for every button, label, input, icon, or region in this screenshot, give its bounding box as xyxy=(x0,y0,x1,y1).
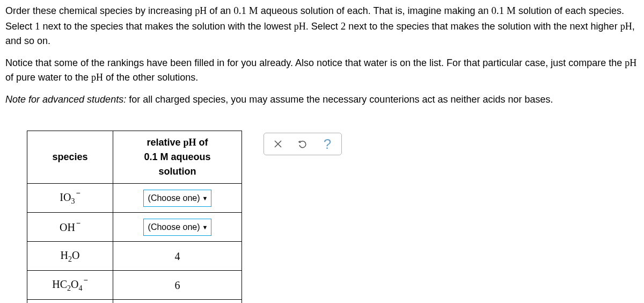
table-row: OH− (Choose one)▼ xyxy=(27,213,242,242)
species-cell: IO3− xyxy=(27,184,113,213)
species-cell: HIO3 xyxy=(27,300,113,304)
rank-fixed-value: 1 (lowest) xyxy=(113,300,242,304)
question-mark-icon: ? xyxy=(324,137,331,151)
undo-icon xyxy=(297,139,308,149)
table-row: HIO3 1 (lowest) xyxy=(27,300,242,304)
species-cell: OH− xyxy=(27,213,113,242)
question-paragraph-1: Order these chemical species by increasi… xyxy=(5,3,639,48)
table-header-species: species xyxy=(27,131,113,184)
toolbar: ? xyxy=(264,133,342,155)
table-row: HC2O4− 6 xyxy=(27,271,242,300)
rank-dropdown[interactable]: (Choose one)▼ xyxy=(143,219,212,236)
clear-button[interactable] xyxy=(272,138,284,150)
question-paragraph-3: Note for advanced students: for all char… xyxy=(5,92,639,107)
rank-dropdown[interactable]: (Choose one)▼ xyxy=(143,190,212,207)
help-button[interactable]: ? xyxy=(321,138,334,150)
chevron-down-icon: ▼ xyxy=(202,223,208,232)
chevron-down-icon: ▼ xyxy=(202,194,208,203)
reset-button[interactable] xyxy=(296,138,309,150)
table-row: H2O 4 xyxy=(27,242,242,271)
rank-fixed-value: 6 xyxy=(113,271,242,300)
table-header-value: relative pH of 0.1 M aqueous solution xyxy=(113,131,242,184)
rank-fixed-value: 4 xyxy=(113,242,242,271)
question-text: Order these chemical species by increasi… xyxy=(5,3,639,107)
species-table: species relative pH of 0.1 M aqueous sol… xyxy=(27,131,242,303)
question-paragraph-2: Notice that some of the rankings have be… xyxy=(5,56,639,85)
close-icon xyxy=(274,140,282,148)
species-cell: HC2O4− xyxy=(27,271,113,300)
species-cell: H2O xyxy=(27,242,113,271)
table-row: IO3− (Choose one)▼ xyxy=(27,184,242,213)
